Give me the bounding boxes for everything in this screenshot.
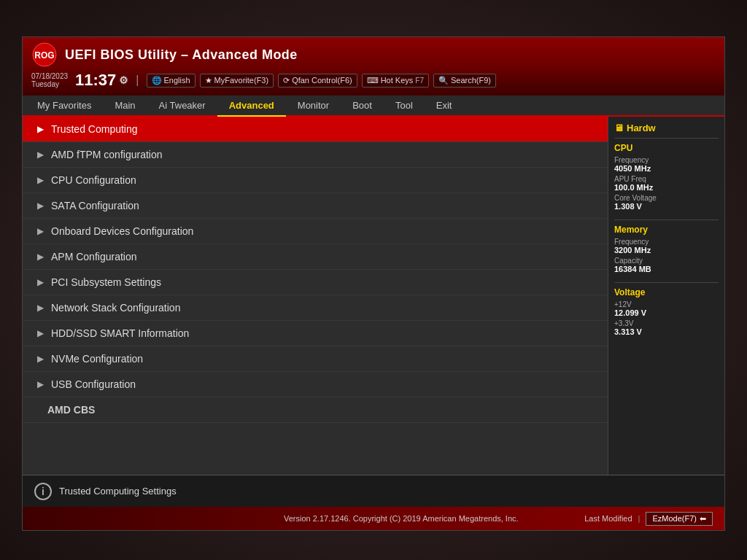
datetime-block: 07/18/2023 Tuesday bbox=[31, 72, 68, 88]
voltage-12v-row: +12V 12.099 V bbox=[614, 300, 719, 317]
fan-icon: ⟳ bbox=[283, 76, 290, 85]
menu-item-label: Network Stack Configuration bbox=[51, 302, 180, 314]
menu-item-network-stack[interactable]: ▶ Network Stack Configuration bbox=[23, 295, 608, 321]
memory-capacity-row: Capacity 16384 MB bbox=[614, 257, 719, 273]
cpu-apu-row: APU Freq 100.0 MHz bbox=[614, 175, 719, 192]
language-label: English bbox=[164, 76, 190, 85]
arrow-icon: ▶ bbox=[37, 354, 44, 364]
cpu-frequency-label: Frequency bbox=[614, 156, 719, 164]
time-value: 11:37 bbox=[75, 71, 116, 90]
menu-item-usb-config[interactable]: ▶ USB Configuration bbox=[23, 372, 608, 397]
tab-exit[interactable]: Exit bbox=[425, 96, 464, 115]
rog-logo-icon: ROG bbox=[31, 42, 58, 68]
myfavorite-label: MyFavorite(F3) bbox=[214, 76, 269, 85]
ez-mode-label: EzMode(F7) bbox=[652, 514, 697, 523]
qfan-label: Qfan Control(F6) bbox=[292, 76, 352, 85]
menu-item-label: APM Configuration bbox=[51, 251, 137, 262]
status-bar: i Trusted Computing Settings bbox=[23, 475, 724, 507]
arrow-icon: ▶ bbox=[37, 124, 44, 134]
menu-item-hdd-ssd[interactable]: ▶ HDD/SSD SMART Information bbox=[23, 321, 608, 346]
menu-item-nvme-config[interactable]: ▶ NVMe Configuration bbox=[23, 346, 608, 372]
hotkeys-button[interactable]: ⌨ Hot Keys F7 bbox=[362, 74, 429, 88]
hotkeys-f7: F7 bbox=[415, 77, 424, 85]
cpu-section: CPU Frequency 4050 MHz APU Freq 100.0 MH… bbox=[614, 138, 719, 211]
cpu-frequency-value: 4050 MHz bbox=[614, 164, 719, 173]
cpu-core-voltage-row: Core Voltage 1.308 V bbox=[614, 194, 719, 211]
tab-boot[interactable]: Boot bbox=[341, 96, 384, 115]
menu-item-label: Trusted Computing bbox=[51, 123, 138, 135]
ez-mode-button[interactable]: EzMode(F7) ⬅ bbox=[646, 512, 713, 526]
qfan-button[interactable]: ⟳ Qfan Control(F6) bbox=[278, 74, 357, 88]
exit-icon: ⬅ bbox=[700, 514, 706, 524]
bios-title: UEFI BIOS Utility – Advanced Mode bbox=[65, 47, 298, 63]
voltage-section: Voltage +12V 12.099 V +3.3V 3.313 V bbox=[614, 282, 719, 336]
divider-icon: | bbox=[638, 514, 640, 523]
footer-right: Last Modified | EzMode(F7) ⬅ bbox=[584, 512, 713, 526]
menu-item-amd-cbs[interactable]: AMD CBS bbox=[23, 397, 608, 423]
menu-item-pci-subsystem[interactable]: ▶ PCI Subsystem Settings bbox=[23, 270, 608, 295]
left-menu-panel: ▶ Trusted Computing ▶ AMD fTPM configura… bbox=[23, 117, 608, 475]
menu-item-label: USB Configuration bbox=[51, 378, 136, 390]
tab-advanced[interactable]: Advanced bbox=[217, 96, 286, 117]
arrow-icon: ▶ bbox=[37, 328, 44, 338]
arrow-icon: ▶ bbox=[37, 201, 44, 211]
menu-item-label: PCI Subsystem Settings bbox=[51, 276, 161, 288]
copyright-text: Version 2.17.1246. Copyright (C) 2019 Am… bbox=[217, 514, 584, 523]
menu-item-cpu-config[interactable]: ▶ CPU Configuration bbox=[23, 168, 608, 193]
language-button[interactable]: 🌐 English bbox=[147, 74, 196, 88]
menu-item-sata-config[interactable]: ▶ SATA Configuration bbox=[23, 193, 608, 219]
menu-item-apm-config[interactable]: ▶ APM Configuration bbox=[23, 244, 608, 270]
hotkeys-icon: ⌨ bbox=[367, 76, 379, 85]
navigation-bar: My Favorites Main Ai Tweaker Advanced Mo… bbox=[23, 96, 724, 117]
divider: | bbox=[136, 74, 139, 87]
menu-item-onboard-devices[interactable]: ▶ Onboard Devices Configuration bbox=[23, 219, 608, 244]
voltage-33v-value: 3.313 V bbox=[614, 327, 719, 336]
memory-frequency-row: Frequency 3200 MHz bbox=[614, 238, 719, 254]
memory-capacity-value: 16384 MB bbox=[614, 265, 719, 273]
menu-item-label: SATA Configuration bbox=[51, 200, 139, 211]
menu-item-label: AMD CBS bbox=[47, 404, 95, 416]
hotkeys-label: Hot Keys bbox=[381, 76, 414, 85]
voltage-33v-row: +3.3V 3.313 V bbox=[614, 319, 719, 336]
tab-main[interactable]: Main bbox=[103, 96, 147, 115]
cpu-apu-value: 100.0 MHz bbox=[614, 183, 719, 192]
cpu-core-voltage-label: Core Voltage bbox=[614, 194, 719, 202]
myfavorite-button[interactable]: ★ MyFavorite(F3) bbox=[200, 74, 274, 88]
voltage-12v-label: +12V bbox=[614, 300, 719, 308]
arrow-icon: ▶ bbox=[37, 226, 44, 236]
memory-frequency-label: Frequency bbox=[614, 238, 719, 246]
voltage-12v-value: 12.099 V bbox=[614, 308, 719, 317]
arrow-icon: ▶ bbox=[37, 175, 44, 185]
monitor-icon: 🖥 bbox=[614, 122, 624, 133]
cpu-core-voltage-value: 1.308 V bbox=[614, 202, 719, 211]
menu-item-label: AMD fTPM configuration bbox=[51, 149, 163, 160]
arrow-icon: ▶ bbox=[37, 303, 44, 313]
hardware-panel-title: 🖥 Hardw bbox=[614, 122, 719, 133]
arrow-icon: ▶ bbox=[37, 149, 44, 160]
search-button[interactable]: 🔍 Search(F9) bbox=[433, 74, 496, 88]
date-display: 07/18/2023 bbox=[31, 72, 68, 80]
tab-monitor[interactable]: Monitor bbox=[286, 96, 341, 115]
menu-item-amd-ftpm[interactable]: ▶ AMD fTPM configuration bbox=[23, 142, 608, 168]
voltage-section-title: Voltage bbox=[614, 282, 719, 298]
menu-item-label: NVMe Configuration bbox=[51, 353, 143, 365]
cpu-apu-label: APU Freq bbox=[614, 175, 719, 183]
time-display: 11:37 ⚙ bbox=[75, 71, 128, 90]
menu-item-label: HDD/SSD SMART Information bbox=[51, 327, 189, 339]
search-icon: 🔍 bbox=[438, 76, 449, 85]
memory-section-title: Memory bbox=[614, 219, 719, 235]
memory-frequency-value: 3200 MHz bbox=[614, 246, 719, 254]
bios-footer: Version 2.17.1246. Copyright (C) 2019 Am… bbox=[23, 507, 724, 530]
bios-container: ROG UEFI BIOS Utility – Advanced Mode 07… bbox=[22, 36, 725, 531]
tab-ai-tweaker[interactable]: Ai Tweaker bbox=[147, 96, 217, 115]
menu-item-trusted-computing[interactable]: ▶ Trusted Computing bbox=[23, 117, 608, 142]
info-icon: i bbox=[34, 483, 52, 500]
tab-tool[interactable]: Tool bbox=[384, 96, 425, 115]
cpu-section-title: CPU bbox=[614, 138, 719, 153]
gear-icon[interactable]: ⚙ bbox=[119, 74, 128, 86]
tab-my-favorites[interactable]: My Favorites bbox=[26, 96, 103, 115]
memory-section: Memory Frequency 3200 MHz Capacity 16384… bbox=[614, 219, 719, 273]
globe-icon: 🌐 bbox=[152, 76, 162, 85]
cpu-frequency-row: Frequency 4050 MHz bbox=[614, 156, 719, 173]
arrow-icon: ▶ bbox=[37, 379, 44, 389]
